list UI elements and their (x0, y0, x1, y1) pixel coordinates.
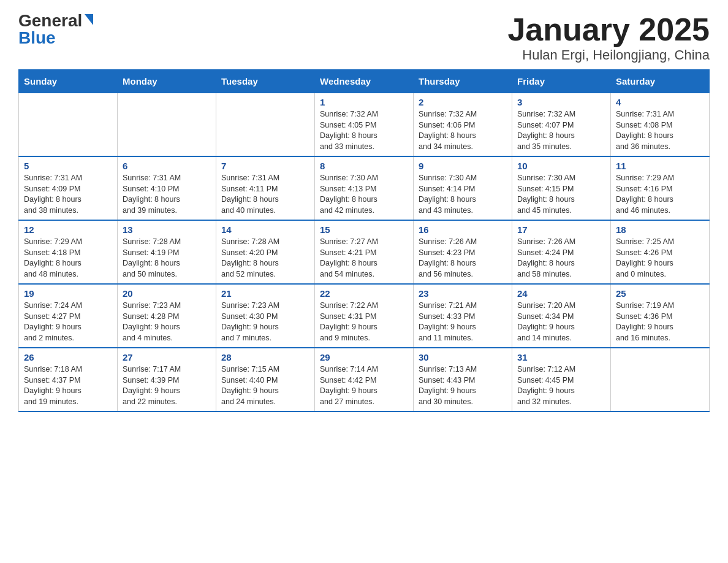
calendar-cell: 25Sunrise: 7:19 AMSunset: 4:36 PMDayligh… (611, 284, 710, 348)
day-number: 24 (517, 288, 605, 299)
calendar-cell: 15Sunrise: 7:27 AMSunset: 4:21 PMDayligh… (315, 220, 414, 284)
calendar-week-row: 19Sunrise: 7:24 AMSunset: 4:27 PMDayligh… (19, 284, 710, 348)
calendar-cell: 17Sunrise: 7:26 AMSunset: 4:24 PMDayligh… (512, 220, 611, 284)
calendar-cell: 14Sunrise: 7:28 AMSunset: 4:20 PMDayligh… (216, 220, 315, 284)
day-number: 8 (320, 161, 408, 171)
calendar-header-tuesday: Tuesday (216, 70, 315, 93)
calendar-cell (216, 93, 315, 157)
location-title: Hulan Ergi, Heilongjiang, China (507, 47, 710, 63)
day-number: 18 (616, 224, 704, 235)
calendar-cell: 7Sunrise: 7:31 AMSunset: 4:11 PMDaylight… (216, 156, 315, 220)
day-info: Sunrise: 7:24 AMSunset: 4:27 PMDaylight:… (24, 301, 112, 343)
logo-triangle-icon (85, 14, 93, 25)
calendar-header-saturday: Saturday (611, 70, 710, 93)
day-info: Sunrise: 7:26 AMSunset: 4:24 PMDaylight:… (517, 237, 605, 280)
day-number: 16 (419, 224, 507, 235)
day-info: Sunrise: 7:15 AMSunset: 4:40 PMDaylight:… (221, 364, 309, 407)
calendar-header-sunday: Sunday (19, 70, 118, 93)
calendar-cell: 10Sunrise: 7:30 AMSunset: 4:15 PMDayligh… (512, 156, 611, 220)
day-info: Sunrise: 7:28 AMSunset: 4:20 PMDaylight:… (221, 237, 309, 280)
day-info: Sunrise: 7:32 AMSunset: 4:06 PMDaylight:… (419, 109, 507, 152)
calendar-cell: 9Sunrise: 7:30 AMSunset: 4:14 PMDaylight… (414, 156, 512, 220)
calendar-week-row: 1Sunrise: 7:32 AMSunset: 4:05 PMDaylight… (19, 93, 710, 157)
day-info: Sunrise: 7:12 AMSunset: 4:45 PMDaylight:… (517, 364, 605, 407)
calendar-cell: 18Sunrise: 7:25 AMSunset: 4:26 PMDayligh… (611, 220, 710, 284)
day-info: Sunrise: 7:18 AMSunset: 4:37 PMDaylight:… (24, 364, 112, 407)
day-info: Sunrise: 7:19 AMSunset: 4:36 PMDaylight:… (616, 301, 704, 343)
calendar-cell: 24Sunrise: 7:20 AMSunset: 4:34 PMDayligh… (512, 284, 611, 348)
day-info: Sunrise: 7:28 AMSunset: 4:19 PMDaylight:… (123, 237, 211, 280)
day-info: Sunrise: 7:30 AMSunset: 4:13 PMDaylight:… (320, 173, 408, 216)
month-title: January 2025 (507, 12, 710, 47)
calendar-cell: 22Sunrise: 7:22 AMSunset: 4:31 PMDayligh… (315, 284, 414, 348)
logo-general: General (18, 12, 82, 29)
day-number: 19 (24, 288, 112, 299)
page-header: General Blue January 2025 Hulan Ergi, He… (18, 12, 710, 63)
calendar-cell: 6Sunrise: 7:31 AMSunset: 4:10 PMDaylight… (118, 156, 216, 220)
day-info: Sunrise: 7:31 AMSunset: 4:08 PMDaylight:… (616, 109, 704, 152)
day-info: Sunrise: 7:30 AMSunset: 4:14 PMDaylight:… (419, 173, 507, 216)
calendar-header-friday: Friday (512, 70, 611, 93)
day-number: 22 (320, 288, 408, 299)
day-number: 12 (24, 224, 112, 235)
calendar-cell: 13Sunrise: 7:28 AMSunset: 4:19 PMDayligh… (118, 220, 216, 284)
day-number: 3 (517, 97, 605, 107)
day-info: Sunrise: 7:30 AMSunset: 4:15 PMDaylight:… (517, 173, 605, 216)
day-info: Sunrise: 7:13 AMSunset: 4:43 PMDaylight:… (419, 364, 507, 407)
day-number: 28 (221, 352, 309, 362)
calendar-cell: 28Sunrise: 7:15 AMSunset: 4:40 PMDayligh… (216, 348, 315, 412)
calendar-cell: 1Sunrise: 7:32 AMSunset: 4:05 PMDaylight… (315, 93, 414, 157)
calendar-cell: 30Sunrise: 7:13 AMSunset: 4:43 PMDayligh… (414, 348, 512, 412)
calendar-cell: 23Sunrise: 7:21 AMSunset: 4:33 PMDayligh… (414, 284, 512, 348)
day-info: Sunrise: 7:31 AMSunset: 4:09 PMDaylight:… (24, 173, 112, 216)
day-number: 9 (419, 161, 507, 171)
day-info: Sunrise: 7:14 AMSunset: 4:42 PMDaylight:… (320, 364, 408, 407)
day-info: Sunrise: 7:31 AMSunset: 4:11 PMDaylight:… (221, 173, 309, 216)
calendar-cell: 12Sunrise: 7:29 AMSunset: 4:18 PMDayligh… (19, 220, 118, 284)
calendar-cell: 8Sunrise: 7:30 AMSunset: 4:13 PMDaylight… (315, 156, 414, 220)
day-info: Sunrise: 7:32 AMSunset: 4:05 PMDaylight:… (320, 109, 408, 152)
day-info: Sunrise: 7:23 AMSunset: 4:28 PMDaylight:… (123, 301, 211, 343)
calendar-cell (611, 348, 710, 412)
calendar-cell: 5Sunrise: 7:31 AMSunset: 4:09 PMDaylight… (19, 156, 118, 220)
day-number: 6 (123, 161, 211, 171)
calendar-cell: 4Sunrise: 7:31 AMSunset: 4:08 PMDaylight… (611, 93, 710, 157)
day-number: 31 (517, 352, 605, 362)
calendar-cell: 11Sunrise: 7:29 AMSunset: 4:16 PMDayligh… (611, 156, 710, 220)
calendar-cell: 26Sunrise: 7:18 AMSunset: 4:37 PMDayligh… (19, 348, 118, 412)
day-number: 25 (616, 288, 704, 299)
day-info: Sunrise: 7:32 AMSunset: 4:07 PMDaylight:… (517, 109, 605, 152)
day-number: 13 (123, 224, 211, 235)
calendar-week-row: 26Sunrise: 7:18 AMSunset: 4:37 PMDayligh… (19, 348, 710, 412)
day-info: Sunrise: 7:27 AMSunset: 4:21 PMDaylight:… (320, 237, 408, 280)
calendar-header-wednesday: Wednesday (315, 70, 414, 93)
calendar-cell: 29Sunrise: 7:14 AMSunset: 4:42 PMDayligh… (315, 348, 414, 412)
day-number: 7 (221, 161, 309, 171)
calendar-week-row: 5Sunrise: 7:31 AMSunset: 4:09 PMDaylight… (19, 156, 710, 220)
calendar-cell: 20Sunrise: 7:23 AMSunset: 4:28 PMDayligh… (118, 284, 216, 348)
calendar-cell: 3Sunrise: 7:32 AMSunset: 4:07 PMDaylight… (512, 93, 611, 157)
day-number: 4 (616, 97, 704, 107)
day-info: Sunrise: 7:17 AMSunset: 4:39 PMDaylight:… (123, 364, 211, 407)
day-number: 21 (221, 288, 309, 299)
day-number: 5 (24, 161, 112, 171)
day-number: 2 (419, 97, 507, 107)
calendar-cell: 21Sunrise: 7:23 AMSunset: 4:30 PMDayligh… (216, 284, 315, 348)
calendar-cell: 2Sunrise: 7:32 AMSunset: 4:06 PMDaylight… (414, 93, 512, 157)
day-info: Sunrise: 7:23 AMSunset: 4:30 PMDaylight:… (221, 301, 309, 343)
calendar-header-thursday: Thursday (414, 70, 512, 93)
day-number: 23 (419, 288, 507, 299)
calendar-cell (118, 93, 216, 157)
calendar-header-row: SundayMondayTuesdayWednesdayThursdayFrid… (19, 70, 710, 93)
calendar-cell: 31Sunrise: 7:12 AMSunset: 4:45 PMDayligh… (512, 348, 611, 412)
day-number: 30 (419, 352, 507, 362)
calendar-cell: 16Sunrise: 7:26 AMSunset: 4:23 PMDayligh… (414, 220, 512, 284)
day-number: 20 (123, 288, 211, 299)
calendar-cell: 19Sunrise: 7:24 AMSunset: 4:27 PMDayligh… (19, 284, 118, 348)
day-info: Sunrise: 7:20 AMSunset: 4:34 PMDaylight:… (517, 301, 605, 343)
day-number: 17 (517, 224, 605, 235)
calendar-week-row: 12Sunrise: 7:29 AMSunset: 4:18 PMDayligh… (19, 220, 710, 284)
calendar-header-monday: Monday (118, 70, 216, 93)
logo: General Blue (18, 12, 93, 47)
day-number: 27 (123, 352, 211, 362)
